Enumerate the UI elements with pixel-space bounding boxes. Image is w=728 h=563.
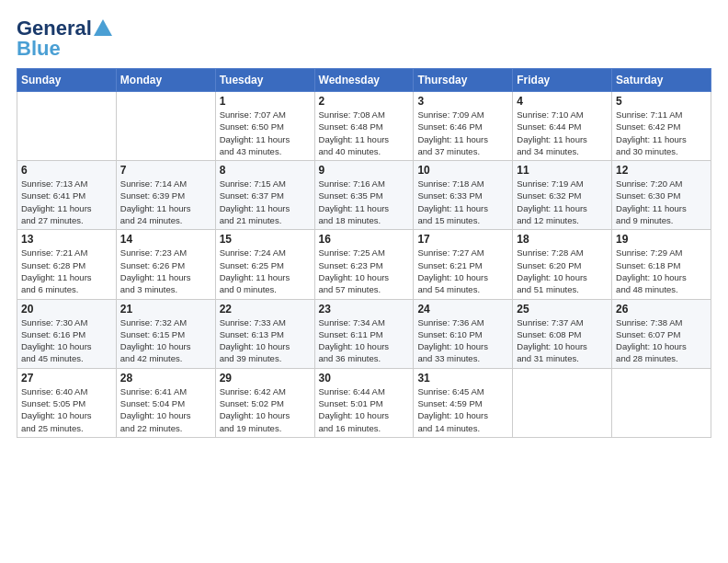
day-info: Sunrise: 7:10 AM Sunset: 6:44 PM Dayligh… — [517, 109, 608, 157]
calendar-cell: 30Sunrise: 6:44 AM Sunset: 5:01 PM Dayli… — [314, 368, 414, 437]
day-info: Sunrise: 7:18 AM Sunset: 6:33 PM Dayligh… — [417, 178, 508, 226]
calendar-day-header: Tuesday — [215, 69, 314, 92]
day-info: Sunrise: 7:21 AM Sunset: 6:28 PM Dayligh… — [21, 247, 112, 295]
calendar-cell — [513, 368, 612, 437]
calendar-cell: 24Sunrise: 7:36 AM Sunset: 6:10 PM Dayli… — [414, 299, 513, 368]
calendar-cell — [612, 368, 711, 437]
calendar-week-row: 13Sunrise: 7:21 AM Sunset: 6:28 PM Dayli… — [17, 230, 711, 299]
calendar-cell: 10Sunrise: 7:18 AM Sunset: 6:33 PM Dayli… — [414, 161, 513, 230]
day-number: 2 — [319, 95, 410, 108]
calendar-cell: 22Sunrise: 7:33 AM Sunset: 6:13 PM Dayli… — [215, 299, 314, 368]
day-number: 27 — [21, 372, 112, 385]
day-number: 30 — [319, 372, 410, 385]
day-number: 12 — [616, 164, 707, 177]
header: General Blue — [17, 17, 711, 61]
calendar-cell: 6Sunrise: 7:13 AM Sunset: 6:41 PM Daylig… — [17, 161, 117, 230]
day-info: Sunrise: 7:09 AM Sunset: 6:46 PM Dayligh… — [417, 109, 508, 157]
calendar: SundayMondayTuesdayWednesdayThursdayFrid… — [17, 68, 711, 438]
day-number: 4 — [517, 95, 608, 108]
calendar-cell: 1Sunrise: 7:07 AM Sunset: 6:50 PM Daylig… — [215, 92, 314, 161]
calendar-cell: 3Sunrise: 7:09 AM Sunset: 6:46 PM Daylig… — [414, 92, 513, 161]
day-info: Sunrise: 7:24 AM Sunset: 6:25 PM Dayligh… — [220, 247, 311, 295]
calendar-cell: 31Sunrise: 6:45 AM Sunset: 4:59 PM Dayli… — [414, 368, 513, 437]
day-number: 24 — [417, 303, 508, 316]
day-info: Sunrise: 7:28 AM Sunset: 6:20 PM Dayligh… — [517, 247, 608, 295]
day-info: Sunrise: 6:42 AM Sunset: 5:02 PM Dayligh… — [220, 385, 311, 434]
day-info: Sunrise: 7:25 AM Sunset: 6:23 PM Dayligh… — [319, 247, 410, 295]
day-number: 6 — [21, 164, 112, 177]
day-number: 26 — [616, 303, 707, 316]
day-number: 13 — [21, 233, 112, 246]
day-number: 3 — [417, 95, 508, 108]
day-info: Sunrise: 7:14 AM Sunset: 6:39 PM Dayligh… — [120, 178, 211, 226]
calendar-day-header: Sunday — [17, 69, 117, 92]
calendar-cell — [116, 92, 215, 161]
day-info: Sunrise: 7:23 AM Sunset: 6:26 PM Dayligh… — [120, 247, 211, 295]
day-number: 5 — [616, 95, 707, 108]
day-info: Sunrise: 7:13 AM Sunset: 6:41 PM Dayligh… — [21, 178, 112, 226]
day-info: Sunrise: 7:15 AM Sunset: 6:37 PM Dayligh… — [220, 178, 311, 226]
calendar-cell: 27Sunrise: 6:40 AM Sunset: 5:05 PM Dayli… — [17, 368, 117, 437]
day-number: 29 — [220, 372, 311, 385]
calendar-cell: 28Sunrise: 6:41 AM Sunset: 5:04 PM Dayli… — [116, 368, 215, 437]
day-number: 21 — [120, 303, 211, 316]
day-number: 7 — [120, 164, 211, 177]
calendar-cell: 8Sunrise: 7:15 AM Sunset: 6:37 PM Daylig… — [215, 161, 314, 230]
calendar-cell: 7Sunrise: 7:14 AM Sunset: 6:39 PM Daylig… — [116, 161, 215, 230]
calendar-cell: 15Sunrise: 7:24 AM Sunset: 6:25 PM Dayli… — [215, 230, 314, 299]
day-info: Sunrise: 7:20 AM Sunset: 6:30 PM Dayligh… — [616, 178, 707, 226]
calendar-week-row: 27Sunrise: 6:40 AM Sunset: 5:05 PM Dayli… — [17, 368, 711, 437]
calendar-week-row: 20Sunrise: 7:30 AM Sunset: 6:16 PM Dayli… — [17, 299, 711, 368]
day-info: Sunrise: 6:41 AM Sunset: 5:04 PM Dayligh… — [120, 385, 211, 434]
calendar-day-header: Thursday — [414, 69, 513, 92]
calendar-cell: 21Sunrise: 7:32 AM Sunset: 6:15 PM Dayli… — [116, 299, 215, 368]
day-number: 1 — [220, 95, 311, 108]
day-number: 28 — [120, 372, 211, 385]
day-info: Sunrise: 6:45 AM Sunset: 4:59 PM Dayligh… — [417, 385, 508, 434]
calendar-day-header: Monday — [116, 69, 215, 92]
calendar-week-row: 1Sunrise: 7:07 AM Sunset: 6:50 PM Daylig… — [17, 92, 711, 161]
day-info: Sunrise: 6:40 AM Sunset: 5:05 PM Dayligh… — [21, 385, 112, 434]
calendar-cell: 25Sunrise: 7:37 AM Sunset: 6:08 PM Dayli… — [513, 299, 612, 368]
day-number: 10 — [417, 164, 508, 177]
day-number: 11 — [517, 164, 608, 177]
calendar-cell: 16Sunrise: 7:25 AM Sunset: 6:23 PM Dayli… — [314, 230, 414, 299]
day-info: Sunrise: 7:33 AM Sunset: 6:13 PM Dayligh… — [220, 316, 311, 365]
calendar-cell: 13Sunrise: 7:21 AM Sunset: 6:28 PM Dayli… — [17, 230, 117, 299]
calendar-header-row: SundayMondayTuesdayWednesdayThursdayFrid… — [17, 69, 711, 92]
calendar-cell: 18Sunrise: 7:28 AM Sunset: 6:20 PM Dayli… — [513, 230, 612, 299]
calendar-cell: 5Sunrise: 7:11 AM Sunset: 6:42 PM Daylig… — [612, 92, 711, 161]
day-number: 31 — [417, 372, 508, 385]
logo: General Blue — [17, 17, 112, 61]
calendar-cell: 2Sunrise: 7:08 AM Sunset: 6:48 PM Daylig… — [314, 92, 414, 161]
day-info: Sunrise: 7:34 AM Sunset: 6:11 PM Dayligh… — [319, 316, 410, 365]
day-number: 8 — [220, 164, 311, 177]
day-number: 25 — [517, 303, 608, 316]
day-info: Sunrise: 7:37 AM Sunset: 6:08 PM Dayligh… — [517, 316, 608, 365]
day-number: 19 — [616, 233, 707, 246]
day-number: 9 — [319, 164, 410, 177]
calendar-cell: 9Sunrise: 7:16 AM Sunset: 6:35 PM Daylig… — [314, 161, 414, 230]
day-number: 16 — [319, 233, 410, 246]
day-info: Sunrise: 7:16 AM Sunset: 6:35 PM Dayligh… — [319, 178, 410, 226]
logo-triangle-icon — [94, 19, 112, 36]
day-info: Sunrise: 7:38 AM Sunset: 6:07 PM Dayligh… — [616, 316, 707, 365]
calendar-cell: 23Sunrise: 7:34 AM Sunset: 6:11 PM Dayli… — [314, 299, 414, 368]
calendar-week-row: 6Sunrise: 7:13 AM Sunset: 6:41 PM Daylig… — [17, 161, 711, 230]
day-number: 23 — [319, 303, 410, 316]
calendar-cell: 14Sunrise: 7:23 AM Sunset: 6:26 PM Dayli… — [116, 230, 215, 299]
calendar-cell: 20Sunrise: 7:30 AM Sunset: 6:16 PM Dayli… — [17, 299, 117, 368]
day-info: Sunrise: 7:08 AM Sunset: 6:48 PM Dayligh… — [319, 109, 410, 157]
calendar-cell: 4Sunrise: 7:10 AM Sunset: 6:44 PM Daylig… — [513, 92, 612, 161]
calendar-day-header: Wednesday — [314, 69, 414, 92]
day-info: Sunrise: 7:32 AM Sunset: 6:15 PM Dayligh… — [120, 316, 211, 365]
calendar-day-header: Friday — [513, 69, 612, 92]
day-number: 14 — [120, 233, 211, 246]
day-number: 15 — [220, 233, 311, 246]
calendar-cell: 12Sunrise: 7:20 AM Sunset: 6:30 PM Dayli… — [612, 161, 711, 230]
calendar-cell: 17Sunrise: 7:27 AM Sunset: 6:21 PM Dayli… — [414, 230, 513, 299]
calendar-cell: 26Sunrise: 7:38 AM Sunset: 6:07 PM Dayli… — [612, 299, 711, 368]
day-info: Sunrise: 7:30 AM Sunset: 6:16 PM Dayligh… — [21, 316, 112, 365]
day-number: 22 — [220, 303, 311, 316]
day-info: Sunrise: 7:19 AM Sunset: 6:32 PM Dayligh… — [517, 178, 608, 226]
